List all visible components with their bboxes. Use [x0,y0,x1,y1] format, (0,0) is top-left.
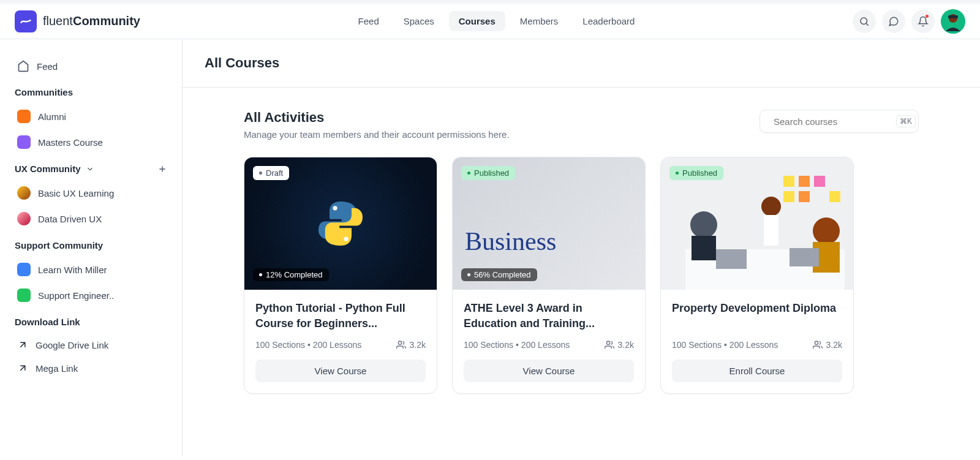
user-avatar[interactable] [941,9,965,34]
svg-point-0 [861,18,867,25]
notification-dot [925,15,929,18]
sidebar-item-mega[interactable]: Mega Link [10,356,172,380]
sidebar-section-label: UX Community [15,164,81,174]
status-badge: Published [669,166,723,180]
search-input[interactable] [774,116,890,127]
course-title: Python Tutorial - Python Full Course for… [255,301,426,333]
svg-rect-12 [814,176,825,187]
content: All Activities Manage your team members … [183,88,980,416]
course-meta: 100 Sections • 200 Lessons 3.2k [255,340,426,350]
sidebar-item-gdrive[interactable]: Google Drive Link [10,333,172,356]
sidebar-item-miller[interactable]: Learn With Miller [10,257,172,282]
svg-point-19 [761,197,781,216]
sidebar-item-label: Support Engineer.. [38,290,114,301]
sidebar-section-ux[interactable]: UX Community [10,155,172,180]
header: fluentCommunity Feed Spaces Courses Memb… [0,0,980,39]
svg-point-21 [813,217,840,244]
search-box[interactable]: ⌘K [760,110,919,133]
brand-logo[interactable]: fluentCommunity [15,10,140,32]
members-count: 3.2k [826,340,842,350]
members-count: 3.2k [410,340,426,350]
course-meta: 100 Sections • 200 Lessons 3.2k [464,340,634,350]
nav-members[interactable]: Members [510,11,568,31]
svg-rect-24 [790,248,819,266]
chip-icon [17,135,31,149]
chip-icon [17,263,31,276]
course-card[interactable]: Business Published 56% Completed ATHE Le… [452,157,646,394]
lessons-count: 200 Lessons [729,340,778,350]
nav-leaderboard[interactable]: Leaderboard [573,11,644,31]
status-label: Draft [266,168,283,178]
svg-point-6 [344,237,348,241]
messages-button[interactable] [882,10,905,33]
header-actions [853,9,965,34]
sidebar-section-download: Download Link [10,308,172,333]
page-title-bar: All Courses [183,39,980,88]
sidebar-item-label: Google Drive Link [36,340,108,350]
sidebar-item-masters[interactable]: Masters Course [10,129,172,155]
sections-count: 100 Sections [464,340,513,350]
progress-badge: 12% Completed [253,268,329,281]
svg-point-8 [606,341,609,344]
sidebar-item-label: Alumni [38,111,66,122]
status-label: Published [474,168,509,178]
keyboard-shortcut: ⌘K [896,115,916,127]
svg-rect-20 [764,215,778,246]
brand-swoosh-icon [20,15,32,28]
lessons-count: 200 Lessons [313,340,361,350]
status-badge: Published [461,166,515,180]
course-image: Business Published 56% Completed [453,157,645,290]
users-icon [605,340,614,350]
enroll-course-button[interactable]: Enroll Course [672,360,842,382]
notifications-button[interactable] [911,10,935,33]
section-title: All Activities [244,110,510,126]
course-card[interactable]: Published Property Development Diploma 1… [660,157,854,394]
section-subtitle: Manage your team members and their accou… [244,129,510,140]
main: All Courses All Activities Manage your t… [183,39,980,456]
sidebar-item-label: Basic UX Learning [38,188,114,198]
sidebar: Feed Communities Alumni Masters Course U… [0,39,183,456]
python-logo-icon [313,196,368,251]
avatar-icon [17,212,31,225]
sections-count: 100 Sections [672,340,722,350]
sidebar-item-label: Data Driven UX [38,214,102,224]
svg-rect-13 [783,191,794,202]
svg-point-17 [690,211,717,238]
view-course-button[interactable]: View Course [255,360,426,382]
sidebar-item-support-eng[interactable]: Support Engineer.. [10,282,172,308]
nav-spaces[interactable]: Spaces [394,11,444,31]
chip-icon [17,110,31,123]
users-icon [813,340,823,350]
sidebar-item-label: Learn With Miller [38,265,107,275]
view-course-button[interactable]: View Course [464,360,634,382]
course-title: ATHE Level 3 Award in Education and Trai… [464,301,634,333]
content-header: All Activities Manage your team members … [244,110,919,140]
plus-icon[interactable] [157,164,167,174]
chat-icon [888,16,899,27]
arrow-upright-icon [17,339,28,350]
search-button[interactable] [853,10,876,33]
svg-rect-14 [799,191,810,202]
lessons-count: 200 Lessons [521,340,570,350]
sidebar-item-basic-ux[interactable]: Basic UX Learning [10,180,172,206]
sidebar-feed[interactable]: Feed [10,54,172,78]
sidebar-item-label: Mega Link [36,363,78,374]
brand-logo-icon [15,10,37,32]
business-image-text: Business [465,227,556,256]
course-title: Property Development Diploma [672,301,842,333]
course-meta: 100 Sections • 200 Lessons 3.2k [672,340,842,350]
nav-feed[interactable]: Feed [349,11,389,31]
course-image: Published [661,157,853,290]
search-icon [859,16,870,27]
arrow-upright-icon [17,363,28,374]
nav-courses[interactable]: Courses [449,11,505,31]
svg-rect-15 [829,191,840,202]
brand-name-light: fluent [43,14,73,28]
sidebar-section-communities: Communities [10,78,172,104]
sidebar-item-alumni[interactable]: Alumni [10,104,172,129]
chip-icon [17,288,31,302]
svg-rect-23 [716,249,747,269]
sidebar-item-data-ux[interactable]: Data Driven UX [10,206,172,232]
course-card[interactable]: Draft 12% Completed Python Tutorial - Py… [244,157,437,394]
sections-count: 100 Sections [255,340,305,350]
